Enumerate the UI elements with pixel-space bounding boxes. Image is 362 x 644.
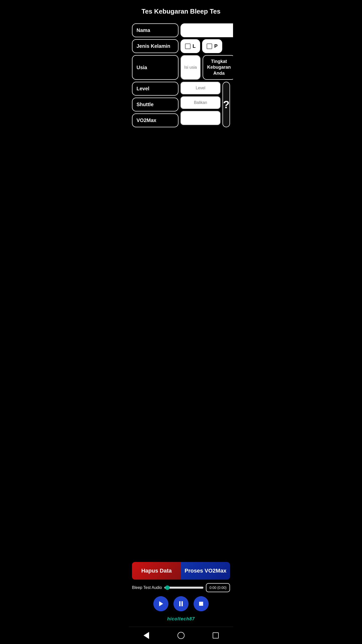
level-label: Level: [132, 82, 178, 96]
hapus-data-button[interactable]: Hapus Data: [132, 562, 181, 580]
stop-icon: [199, 601, 203, 606]
result-value: ?: [223, 99, 230, 111]
audio-label: Bleep Test Audio: [132, 585, 162, 590]
play-button[interactable]: [153, 596, 168, 611]
recent-nav-icon: [213, 632, 219, 638]
svg-rect-3: [199, 602, 203, 606]
action-buttons-row: Hapus Data Proses VO2Max: [132, 562, 230, 580]
gender-l-checkbox[interactable]: [185, 44, 191, 49]
back-nav-button[interactable]: [140, 630, 153, 640]
result-box: ?: [222, 82, 230, 127]
stop-button[interactable]: [194, 596, 209, 611]
pause-button[interactable]: [173, 596, 189, 611]
svg-marker-0: [159, 601, 163, 606]
page-title: Tes Kebugaran Bleep Tes: [132, 5, 230, 18]
audio-slider-container: [164, 585, 203, 590]
audio-section: Bleep Test Audio 0:00 (0:00): [132, 583, 230, 611]
proses-vo2max-button[interactable]: Proses VO2Max: [181, 562, 230, 580]
gender-p-checkbox[interactable]: [207, 44, 212, 49]
nama-input[interactable]: [180, 23, 233, 37]
gender-p-label: P: [214, 43, 217, 49]
play-icon: [158, 601, 163, 607]
audio-row: Bleep Test Audio 0:00 (0:00): [132, 583, 230, 592]
watermark: hicoltech87: [132, 611, 230, 624]
pause-icon: [178, 601, 184, 607]
audio-slider[interactable]: [164, 587, 203, 589]
recent-nav-button[interactable]: [209, 630, 222, 640]
gender-p-option[interactable]: P: [202, 39, 222, 53]
back-nav-icon: [144, 632, 149, 639]
tingkat-kebugaran-button[interactable]: Tingkat Kebugaran Anda: [203, 55, 233, 80]
usia-label: Usia: [132, 55, 178, 80]
svg-rect-1: [179, 601, 180, 606]
audio-controls: [132, 596, 230, 611]
level-input[interactable]: [180, 82, 220, 94]
shuttle-label: Shuttle: [132, 98, 178, 111]
balikan-input[interactable]: [180, 96, 220, 109]
gender-l-option[interactable]: L: [180, 39, 200, 53]
svg-rect-2: [182, 601, 183, 606]
nav-bar: [129, 627, 233, 644]
home-nav-icon: [177, 632, 185, 639]
vo2max-input[interactable]: [180, 111, 220, 125]
jenis-kelamin-label: Jenis Kelamin: [132, 39, 178, 53]
gender-l-label: L: [193, 43, 196, 49]
home-nav-button[interactable]: [175, 630, 187, 640]
audio-time-display: 0:00 (0:00): [206, 583, 230, 592]
vo2max-label: VO2Max: [132, 113, 178, 127]
nama-label: Nama: [132, 23, 178, 37]
usia-input[interactable]: [180, 55, 201, 80]
